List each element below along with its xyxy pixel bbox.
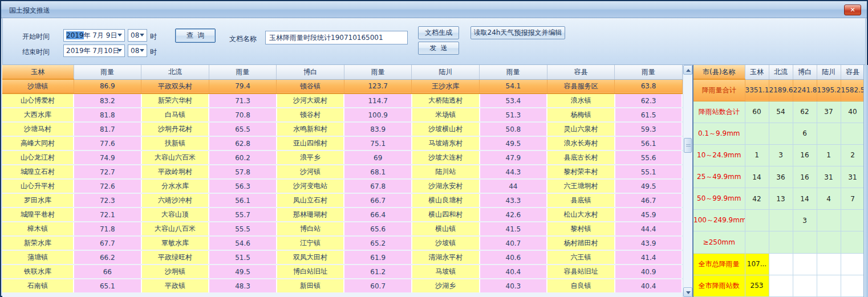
station-name-cell[interactable]: 城隍平巷村: [2, 208, 74, 222]
station-name-cell[interactable]: 沙垌镇: [141, 265, 209, 279]
station-name-cell[interactable]: 顿谷镇: [277, 79, 344, 93]
table-row[interactable]: 山心龙江村74.9大容山六百米60.2浪平乡69沙坡大连村47.9县底古长村55…: [2, 150, 682, 165]
table-row[interactable]: 蒲塘镇66.2平政绿旺村51.5双凤大田村61.9清湖永平村40.6六王镇41.…: [2, 250, 682, 265]
rain-value-cell[interactable]: 60.2: [209, 150, 277, 165]
station-name-cell[interactable]: 沙湖乡: [412, 279, 480, 293]
rain-value-cell[interactable]: 67.7: [74, 236, 141, 250]
rain-value-cell[interactable]: 40.3: [480, 279, 547, 293]
column-header-city[interactable]: 博白: [277, 65, 344, 79]
rain-value-cell[interactable]: 62.8: [209, 136, 277, 150]
chevron-down-icon[interactable]: [140, 49, 144, 52]
column-header-rain[interactable]: 雨量: [74, 65, 141, 79]
station-name-cell[interactable]: 浪平乡: [277, 150, 344, 165]
station-name-cell[interactable]: 横山四和村: [412, 208, 480, 222]
start-hour-combo[interactable]: 08: [128, 29, 147, 42]
rain-value-cell[interactable]: 57.8: [209, 165, 277, 179]
station-name-cell[interactable]: 沙坡镇: [412, 236, 480, 250]
station-name-cell[interactable]: 浪水镇: [547, 93, 615, 108]
send-button[interactable]: 发 送: [418, 42, 459, 55]
column-header-rain[interactable]: 雨量: [209, 65, 277, 79]
summary-row[interactable]: 降雨量合计3351.12189.62241.81395.21582.5: [693, 79, 865, 101]
station-name-cell[interactable]: 灵山六泉村: [547, 122, 615, 136]
rain-value-cell[interactable]: 51.3: [480, 108, 547, 122]
start-date-combo[interactable]: 2019年 7月 9日: [63, 29, 125, 42]
rain-value-cell[interactable]: 62.3: [615, 93, 683, 108]
rain-value-cell[interactable]: 50.8: [480, 122, 547, 136]
vertical-scrollbar[interactable]: [683, 65, 692, 297]
table-row[interactable]: 铁联水库66沙垌镇49.5博白站旧址61.2马坡镇40.4容县站旧址40.9: [2, 265, 682, 279]
station-name-cell[interactable]: 马坡镇: [412, 265, 480, 279]
close-button[interactable]: ✕: [844, 5, 861, 15]
rain-value-cell[interactable]: 100.9: [344, 108, 412, 122]
rain-value-cell[interactable]: 61.2: [344, 265, 412, 279]
station-name-cell[interactable]: 横山镇: [412, 222, 480, 236]
station-name-cell[interactable]: 容县服务区: [547, 79, 615, 93]
rain-value-cell[interactable]: 41.5: [480, 222, 547, 236]
station-name-cell[interactable]: 清湖永平村: [412, 250, 480, 265]
rain-value-cell[interactable]: 54.6: [209, 236, 277, 250]
station-name-cell[interactable]: 沙塘镇: [2, 79, 74, 93]
station-name-cell[interactable]: 县底古长村: [547, 150, 615, 165]
rain-value-cell[interactable]: 61.5: [615, 108, 683, 122]
rain-value-cell[interactable]: 71.8: [74, 222, 141, 236]
station-name-cell[interactable]: 大容山六百米: [141, 150, 209, 165]
station-name-cell[interactable]: 博白站: [277, 222, 344, 236]
summary-header-label[interactable]: 市(县)名称: [693, 65, 745, 79]
rain-value-cell[interactable]: 114.7: [344, 93, 412, 108]
scroll-down-button[interactable]: [683, 287, 692, 297]
station-name-cell[interactable]: 铁联水库: [2, 265, 74, 279]
column-header-rain[interactable]: 雨量: [615, 65, 683, 79]
generate-doc-button[interactable]: 文档生成: [418, 26, 459, 39]
station-name-cell[interactable]: 黎村镇: [547, 222, 615, 236]
rain-value-cell[interactable]: 55.7: [209, 208, 277, 222]
station-name-cell[interactable]: 分水水库: [141, 179, 209, 193]
station-name-cell[interactable]: 顿谷村: [277, 108, 344, 122]
station-name-cell[interactable]: 松山大水村: [547, 208, 615, 222]
scrollbar-thumb[interactable]: [684, 138, 692, 153]
summary-header-city[interactable]: 博白: [793, 65, 817, 79]
station-name-cell[interactable]: 沙河大观村: [277, 93, 344, 108]
table-row[interactable]: 沙塘马村81.7沙垌丹花村65.5水鸣新和村83.9沙坡横山村50.8灵山六泉村…: [2, 122, 682, 136]
station-name-cell[interactable]: 陆川站: [412, 165, 480, 179]
rain-value-cell[interactable]: 65.6: [344, 222, 412, 236]
chevron-down-icon[interactable]: [140, 34, 144, 36]
station-name-cell[interactable]: 樟木镇: [2, 222, 74, 236]
rain-value-cell[interactable]: 44: [480, 179, 547, 193]
station-name-cell[interactable]: 蒲塘镇: [2, 250, 74, 265]
summary-header-city[interactable]: 容县: [841, 65, 865, 79]
station-name-cell[interactable]: 米场镇: [412, 108, 480, 122]
doc-name-input[interactable]: 玉林降雨量时段统计190710165001: [265, 31, 408, 44]
rain-value-cell[interactable]: 40.4: [480, 265, 547, 279]
table-row[interactable]: 山心升平村72.6分水水库56.3沙河变电站67.8沙湖永安村44六王塘垌村49…: [2, 179, 682, 193]
column-header-city[interactable]: 北流: [141, 65, 209, 79]
rain-value-cell[interactable]: 66.4: [344, 208, 412, 222]
rain-value-cell[interactable]: 81.7: [74, 122, 141, 136]
rain-value-cell[interactable]: 49.5: [209, 265, 277, 279]
chevron-down-icon[interactable]: [117, 34, 122, 36]
station-name-cell[interactable]: 亚山四维村: [277, 136, 344, 150]
rain-value-cell[interactable]: 51.5: [209, 250, 277, 265]
station-name-cell[interactable]: 杨梅镇: [547, 108, 615, 122]
rain-value-cell[interactable]: 41.4: [615, 250, 683, 265]
station-name-cell[interactable]: 容县站旧址: [547, 265, 615, 279]
rain-value-cell[interactable]: 49.5: [480, 136, 547, 150]
summary-row[interactable]: 0.1～9.9mm6: [693, 123, 865, 144]
station-name-cell[interactable]: 石南镇: [2, 279, 74, 293]
station-name-cell[interactable]: 沙塘马村: [2, 122, 74, 136]
scroll-up-button[interactable]: [683, 65, 692, 75]
summary-header-city[interactable]: 陆川: [817, 65, 841, 79]
table-row[interactable]: 罗田水库72.3六靖沙冲村56.1凤山立石村66.7横山良塘村43.3县底镇46…: [2, 193, 682, 208]
query-button[interactable]: 查 询: [175, 29, 216, 43]
rain-value-cell[interactable]: 72.1: [74, 208, 141, 222]
station-name-cell[interactable]: 黎村荣丰村: [547, 165, 615, 179]
table-row[interactable]: 山心博爱村83.2新荣六华村71.3沙河大观村114.7大桥陆透村53.4浪水镇…: [2, 93, 682, 108]
rain-value-cell[interactable]: 48.3: [209, 279, 277, 293]
station-name-cell[interactable]: 白马镇: [141, 108, 209, 122]
column-header-city[interactable]: 陆川: [412, 65, 480, 79]
rain-value-cell[interactable]: 40.6: [480, 250, 547, 265]
rain-value-cell[interactable]: 65.2: [344, 236, 412, 250]
station-name-cell[interactable]: 平政岭垌村: [141, 165, 209, 179]
rain-value-cell[interactable]: 66.7: [344, 193, 412, 208]
summary-header-city[interactable]: 北流: [769, 65, 793, 79]
rain-value-cell[interactable]: 63.8: [615, 79, 683, 93]
